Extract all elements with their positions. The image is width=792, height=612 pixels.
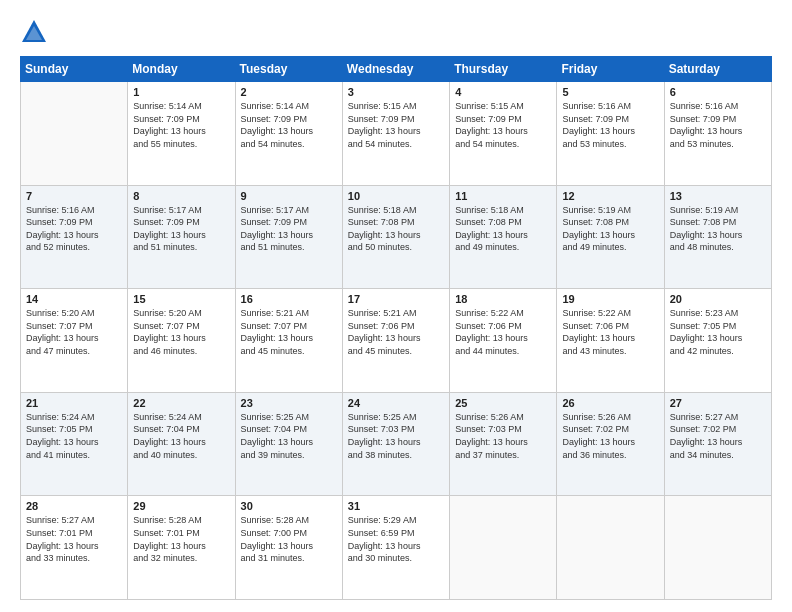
calendar-cell: 15Sunrise: 5:20 AMSunset: 7:07 PMDayligh… <box>128 289 235 393</box>
day-number: 1 <box>133 86 229 98</box>
day-info: Sunrise: 5:19 AMSunset: 7:08 PMDaylight:… <box>670 204 766 254</box>
day-number: 4 <box>455 86 551 98</box>
day-number: 16 <box>241 293 337 305</box>
calendar-cell: 24Sunrise: 5:25 AMSunset: 7:03 PMDayligh… <box>342 392 449 496</box>
header <box>20 18 772 46</box>
day-info: Sunrise: 5:16 AMSunset: 7:09 PMDaylight:… <box>670 100 766 150</box>
calendar-cell: 12Sunrise: 5:19 AMSunset: 7:08 PMDayligh… <box>557 185 664 289</box>
calendar-cell: 16Sunrise: 5:21 AMSunset: 7:07 PMDayligh… <box>235 289 342 393</box>
day-info: Sunrise: 5:16 AMSunset: 7:09 PMDaylight:… <box>562 100 658 150</box>
weekday-header: Wednesday <box>342 57 449 82</box>
day-number: 7 <box>26 190 122 202</box>
calendar-cell: 17Sunrise: 5:21 AMSunset: 7:06 PMDayligh… <box>342 289 449 393</box>
page: SundayMondayTuesdayWednesdayThursdayFrid… <box>0 0 792 612</box>
day-number: 9 <box>241 190 337 202</box>
day-info: Sunrise: 5:26 AMSunset: 7:02 PMDaylight:… <box>562 411 658 461</box>
day-info: Sunrise: 5:25 AMSunset: 7:03 PMDaylight:… <box>348 411 444 461</box>
day-number: 12 <box>562 190 658 202</box>
calendar-cell: 11Sunrise: 5:18 AMSunset: 7:08 PMDayligh… <box>450 185 557 289</box>
day-number: 13 <box>670 190 766 202</box>
day-number: 2 <box>241 86 337 98</box>
day-info: Sunrise: 5:18 AMSunset: 7:08 PMDaylight:… <box>455 204 551 254</box>
weekday-header: Thursday <box>450 57 557 82</box>
day-info: Sunrise: 5:24 AMSunset: 7:05 PMDaylight:… <box>26 411 122 461</box>
day-number: 17 <box>348 293 444 305</box>
day-number: 18 <box>455 293 551 305</box>
day-info: Sunrise: 5:14 AMSunset: 7:09 PMDaylight:… <box>241 100 337 150</box>
day-number: 10 <box>348 190 444 202</box>
calendar-cell <box>21 82 128 186</box>
weekday-header: Sunday <box>21 57 128 82</box>
day-info: Sunrise: 5:20 AMSunset: 7:07 PMDaylight:… <box>26 307 122 357</box>
weekday-header: Saturday <box>664 57 771 82</box>
weekday-header: Monday <box>128 57 235 82</box>
day-number: 6 <box>670 86 766 98</box>
day-number: 22 <box>133 397 229 409</box>
weekday-header: Friday <box>557 57 664 82</box>
day-number: 8 <box>133 190 229 202</box>
calendar-cell: 30Sunrise: 5:28 AMSunset: 7:00 PMDayligh… <box>235 496 342 600</box>
day-info: Sunrise: 5:17 AMSunset: 7:09 PMDaylight:… <box>133 204 229 254</box>
calendar-cell: 6Sunrise: 5:16 AMSunset: 7:09 PMDaylight… <box>664 82 771 186</box>
weekday-header: Tuesday <box>235 57 342 82</box>
day-info: Sunrise: 5:14 AMSunset: 7:09 PMDaylight:… <box>133 100 229 150</box>
day-info: Sunrise: 5:15 AMSunset: 7:09 PMDaylight:… <box>348 100 444 150</box>
calendar-cell <box>557 496 664 600</box>
calendar-table: SundayMondayTuesdayWednesdayThursdayFrid… <box>20 56 772 600</box>
day-number: 11 <box>455 190 551 202</box>
day-number: 28 <box>26 500 122 512</box>
day-info: Sunrise: 5:24 AMSunset: 7:04 PMDaylight:… <box>133 411 229 461</box>
day-info: Sunrise: 5:26 AMSunset: 7:03 PMDaylight:… <box>455 411 551 461</box>
day-info: Sunrise: 5:15 AMSunset: 7:09 PMDaylight:… <box>455 100 551 150</box>
day-number: 24 <box>348 397 444 409</box>
calendar-cell: 14Sunrise: 5:20 AMSunset: 7:07 PMDayligh… <box>21 289 128 393</box>
day-info: Sunrise: 5:22 AMSunset: 7:06 PMDaylight:… <box>455 307 551 357</box>
calendar-cell: 26Sunrise: 5:26 AMSunset: 7:02 PMDayligh… <box>557 392 664 496</box>
day-number: 31 <box>348 500 444 512</box>
calendar-cell: 9Sunrise: 5:17 AMSunset: 7:09 PMDaylight… <box>235 185 342 289</box>
day-number: 15 <box>133 293 229 305</box>
calendar-cell <box>450 496 557 600</box>
day-info: Sunrise: 5:27 AMSunset: 7:01 PMDaylight:… <box>26 514 122 564</box>
calendar-cell: 31Sunrise: 5:29 AMSunset: 6:59 PMDayligh… <box>342 496 449 600</box>
day-number: 14 <box>26 293 122 305</box>
day-number: 3 <box>348 86 444 98</box>
calendar-cell: 1Sunrise: 5:14 AMSunset: 7:09 PMDaylight… <box>128 82 235 186</box>
day-number: 23 <box>241 397 337 409</box>
day-info: Sunrise: 5:17 AMSunset: 7:09 PMDaylight:… <box>241 204 337 254</box>
calendar-cell: 10Sunrise: 5:18 AMSunset: 7:08 PMDayligh… <box>342 185 449 289</box>
calendar-cell: 4Sunrise: 5:15 AMSunset: 7:09 PMDaylight… <box>450 82 557 186</box>
calendar-cell: 25Sunrise: 5:26 AMSunset: 7:03 PMDayligh… <box>450 392 557 496</box>
logo-icon <box>20 18 48 46</box>
day-number: 19 <box>562 293 658 305</box>
calendar-cell: 22Sunrise: 5:24 AMSunset: 7:04 PMDayligh… <box>128 392 235 496</box>
calendar-cell: 13Sunrise: 5:19 AMSunset: 7:08 PMDayligh… <box>664 185 771 289</box>
day-number: 21 <box>26 397 122 409</box>
day-number: 25 <box>455 397 551 409</box>
day-number: 20 <box>670 293 766 305</box>
calendar-cell: 19Sunrise: 5:22 AMSunset: 7:06 PMDayligh… <box>557 289 664 393</box>
calendar-cell: 27Sunrise: 5:27 AMSunset: 7:02 PMDayligh… <box>664 392 771 496</box>
day-number: 26 <box>562 397 658 409</box>
logo <box>20 18 52 46</box>
calendar-cell: 21Sunrise: 5:24 AMSunset: 7:05 PMDayligh… <box>21 392 128 496</box>
day-info: Sunrise: 5:19 AMSunset: 7:08 PMDaylight:… <box>562 204 658 254</box>
calendar-week-row: 7Sunrise: 5:16 AMSunset: 7:09 PMDaylight… <box>21 185 772 289</box>
day-info: Sunrise: 5:16 AMSunset: 7:09 PMDaylight:… <box>26 204 122 254</box>
calendar-week-row: 1Sunrise: 5:14 AMSunset: 7:09 PMDaylight… <box>21 82 772 186</box>
day-info: Sunrise: 5:20 AMSunset: 7:07 PMDaylight:… <box>133 307 229 357</box>
day-info: Sunrise: 5:18 AMSunset: 7:08 PMDaylight:… <box>348 204 444 254</box>
day-number: 5 <box>562 86 658 98</box>
day-info: Sunrise: 5:22 AMSunset: 7:06 PMDaylight:… <box>562 307 658 357</box>
day-info: Sunrise: 5:21 AMSunset: 7:06 PMDaylight:… <box>348 307 444 357</box>
day-number: 29 <box>133 500 229 512</box>
calendar-cell: 7Sunrise: 5:16 AMSunset: 7:09 PMDaylight… <box>21 185 128 289</box>
calendar-week-row: 28Sunrise: 5:27 AMSunset: 7:01 PMDayligh… <box>21 496 772 600</box>
calendar-cell: 20Sunrise: 5:23 AMSunset: 7:05 PMDayligh… <box>664 289 771 393</box>
day-info: Sunrise: 5:28 AMSunset: 7:01 PMDaylight:… <box>133 514 229 564</box>
calendar-cell: 8Sunrise: 5:17 AMSunset: 7:09 PMDaylight… <box>128 185 235 289</box>
day-info: Sunrise: 5:25 AMSunset: 7:04 PMDaylight:… <box>241 411 337 461</box>
day-number: 30 <box>241 500 337 512</box>
day-info: Sunrise: 5:28 AMSunset: 7:00 PMDaylight:… <box>241 514 337 564</box>
calendar-cell: 5Sunrise: 5:16 AMSunset: 7:09 PMDaylight… <box>557 82 664 186</box>
